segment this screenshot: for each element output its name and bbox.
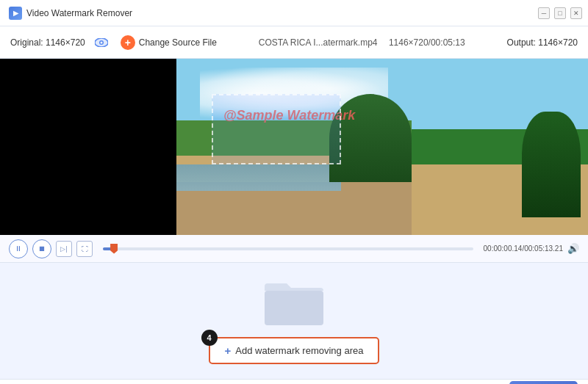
file-meta: 1146×720/00:05:13 [389,37,465,48]
top-bar-left: Original: 1146×720 [10,35,112,51]
file-name: COSTA RICA I...atermark.mp4 [259,37,378,48]
original-resolution-label: Original: 1146×720 [10,37,85,48]
bottom-bar: Output: COSTA RICA IN...mark_DeWa.mp4 ✏ … [0,379,588,384]
minimize-button[interactable]: ─ [538,7,550,19]
content-area: 4 + Add watermark removing area [0,263,588,379]
folder-icon [265,278,323,325]
beach-scene: @Sample Watermark [176,59,412,235]
add-area-label: Add watermark removing area [235,345,363,356]
window-controls: ─ □ ✕ [538,7,582,19]
fullscreen-button[interactable]: ⛶ [76,241,93,257]
pause-button[interactable]: ⏸ [9,239,28,258]
watermark-selection-box[interactable] [212,94,341,164]
output-resolution-label: Output: 1146×720 [507,37,578,48]
beach-water [176,164,341,191]
app-icon: ▶ [9,7,22,20]
preview-toggle-button[interactable] [91,35,112,51]
player-controls-bar: ⏸ ⏹ ▷| ⛶ 00:00:00.14/00:05:13.21 🔊 [0,235,588,263]
top-bar: Original: 1146×720 + Change Source File … [0,26,588,59]
output-tree [522,112,581,217]
progress-marker [110,244,118,254]
svg-point-3 [100,41,102,43]
maximize-button[interactable]: □ [554,7,566,19]
progress-area[interactable] [103,247,473,250]
progress-track[interactable] [103,247,473,250]
change-source-button[interactable]: + Change Source File [121,35,217,50]
svg-rect-4 [265,291,323,325]
file-info: COSTA RICA I...atermark.mp4 1146×720/00:… [226,37,498,48]
volume-icon[interactable]: 🔊 [567,243,579,254]
plus-icon: + [225,344,232,357]
video-right-panel [412,59,588,235]
output-preview [412,59,588,235]
folder-icon-area: 4 + Add watermark removing area [209,278,380,364]
frame-forward-button[interactable]: ▷| [56,241,72,257]
main-video-area: @Sample Watermark [0,59,588,235]
time-display: 00:00:00.14/00:05:13.21 [484,244,563,253]
video-left-panel [0,59,176,235]
add-icon: + [121,35,135,50]
beach-trees [329,94,412,182]
stop-button[interactable]: ⏹ [32,239,51,258]
bottom-row-output: Output: COSTA RICA IN...mark_DeWa.mp4 ✏ … [0,380,588,384]
close-button[interactable]: ✕ [570,7,582,19]
video-center-panel: @Sample Watermark [176,59,412,235]
title-bar: ▶ Video Watermark Remover ─ □ ✕ [0,0,588,26]
add-watermark-removing-area-button[interactable]: 4 + Add watermark removing area [209,337,380,364]
app-title: Video Watermark Remover [26,8,132,18]
export-button[interactable]: Export [509,381,578,385]
step-badge: 4 [201,330,218,346]
